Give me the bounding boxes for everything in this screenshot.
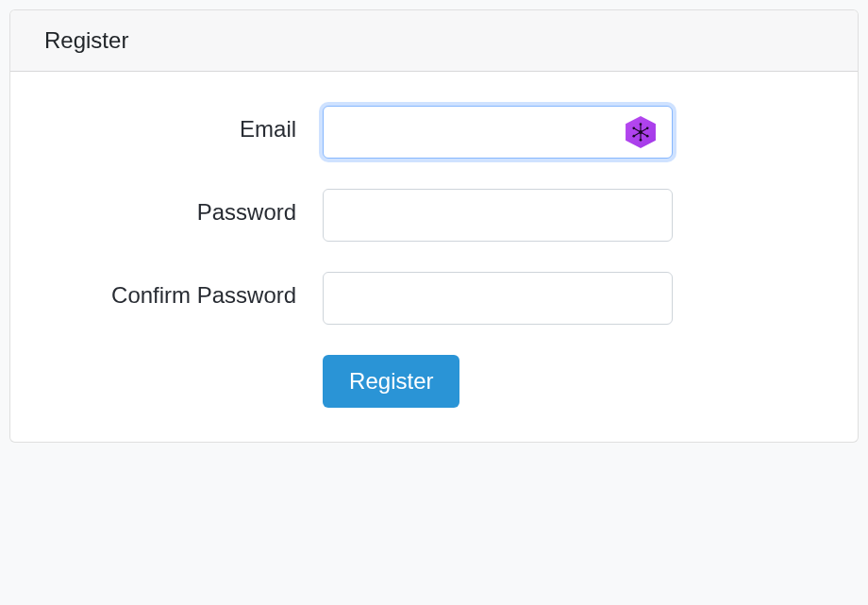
card-title: Register [10, 10, 858, 72]
confirm-password-field-wrap [323, 272, 672, 325]
email-field[interactable] [323, 106, 672, 159]
password-field[interactable] [323, 189, 672, 242]
confirm-password-label: Confirm Password [37, 272, 323, 312]
submit-row: Register [37, 355, 831, 408]
register-card: Register Email [9, 9, 859, 443]
password-label: Password [37, 189, 323, 229]
password-field-wrap [323, 189, 672, 242]
email-label: Email [37, 106, 323, 146]
password-manager-icon[interactable] [622, 113, 659, 151]
email-row: Email [37, 106, 831, 159]
card-body: Email [10, 72, 858, 442]
confirm-password-row: Confirm Password [37, 272, 831, 325]
register-button[interactable]: Register [323, 355, 459, 408]
confirm-password-field[interactable] [323, 272, 672, 325]
email-field-wrap [323, 106, 672, 159]
password-row: Password [37, 189, 831, 242]
